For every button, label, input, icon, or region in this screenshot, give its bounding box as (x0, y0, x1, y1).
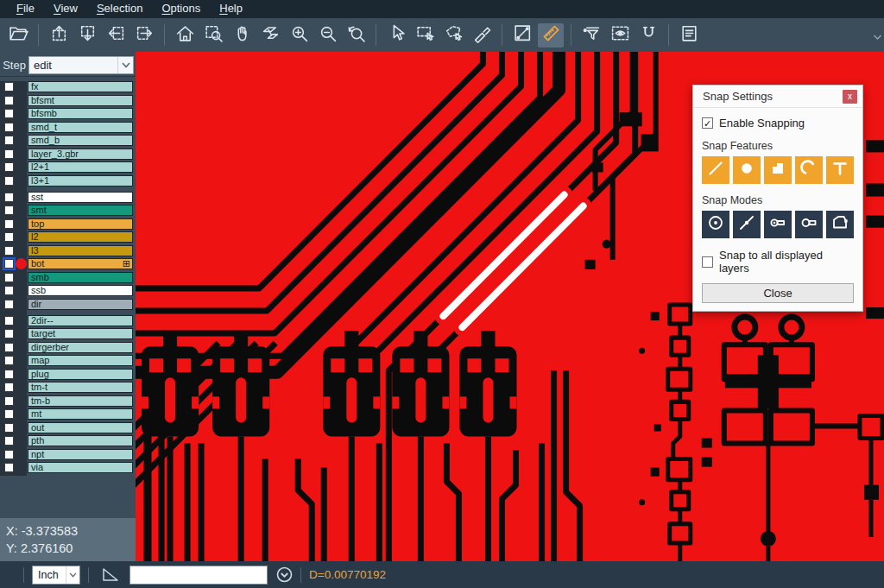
gerber-viewport[interactable]: Snap Settings x ✓ Enable Snapping Snap F… (136, 52, 884, 561)
snap-feature-text-button[interactable] (826, 156, 854, 184)
layer-visibility-checkbox[interactable] (4, 463, 14, 472)
zoom-out-button[interactable] (314, 23, 340, 47)
snap-mode-vertex-button[interactable] (826, 211, 854, 238)
layer-visibility-checkbox[interactable] (4, 232, 14, 242)
dialog-title-bar[interactable]: Snap Settings x (693, 85, 862, 108)
layer-name-bar[interactable]: npt (28, 449, 133, 460)
layer-row-l3+1[interactable]: l3+1 (0, 175, 136, 187)
layer-visibility-checkbox[interactable] (4, 286, 14, 295)
layer-name-bar[interactable]: sst (28, 192, 133, 203)
layer-visibility-checkbox[interactable] (4, 409, 14, 419)
layer-row-l3[interactable]: l3 (0, 245, 136, 256)
snap-mode-point-on-line-button[interactable] (733, 211, 761, 238)
layer-row-target[interactable]: target (0, 328, 136, 339)
layer-row-out[interactable]: out (0, 422, 136, 433)
layer-name-bar[interactable]: l3+1 (28, 175, 133, 187)
pan-right-button[interactable] (131, 23, 157, 47)
snap-mode-center-button[interactable] (702, 211, 729, 238)
layer-name-bar[interactable]: smd_t (28, 122, 133, 133)
layer-visibility-checkbox[interactable] (4, 450, 14, 459)
pan-down-button[interactable] (74, 23, 100, 47)
layer-name-bar[interactable]: target (28, 328, 133, 339)
layer-row-smd_b[interactable]: smd_b (0, 135, 136, 146)
layer-row-l2[interactable]: l2 (0, 231, 136, 243)
layer-row-2dir--[interactable]: 2dir-- (0, 315, 136, 326)
layer-name-bar[interactable]: tm-b (28, 395, 133, 407)
layer-row-l2+1[interactable]: l2+1 (0, 161, 136, 173)
layer-row-layer_3.gbr[interactable]: layer_3.gbr (0, 149, 136, 160)
layer-visibility-checkbox[interactable] (4, 193, 14, 202)
snap-feature-line-button[interactable] (702, 156, 729, 184)
layer-name-bar[interactable]: out (28, 422, 133, 433)
layer-visibility-checkbox[interactable] (4, 205, 14, 215)
layer-row-bfsmt[interactable]: bfsmt (0, 95, 136, 106)
layer-name-bar[interactable]: bot⊞ (28, 258, 133, 269)
magnet-snap-button[interactable] (635, 23, 661, 47)
layer-row-dir[interactable]: dir (0, 299, 136, 310)
unit-select[interactable]: Inch (32, 566, 80, 585)
layer-visibility-checkbox[interactable] (4, 383, 14, 392)
layer-row-map[interactable]: map (0, 355, 136, 366)
layer-visibility-checkbox[interactable] (4, 176, 14, 186)
layer-row-mt[interactable]: mt (0, 408, 136, 420)
toolbar-overflow-button[interactable] (873, 28, 882, 44)
select-rect-button[interactable] (412, 23, 438, 47)
zoom-in-button[interactable] (286, 23, 312, 47)
snap-feature-arc-button[interactable] (795, 156, 823, 184)
layer-row-smt[interactable]: smt (0, 205, 136, 216)
enable-snapping-checkbox[interactable]: ✓ (702, 117, 713, 129)
layer-row-sst[interactable]: sst (0, 192, 136, 203)
layer-row-smb[interactable]: smb (0, 272, 136, 283)
layer-visibility-checkbox[interactable] (4, 356, 14, 365)
snap-mode-slot-button[interactable] (795, 211, 823, 238)
layer-row-fx[interactable]: fx (0, 81, 136, 92)
zoom-previous-button[interactable] (343, 23, 369, 47)
layer-name-bar[interactable]: ssb (28, 285, 133, 296)
layer-name-bar[interactable]: l2+1 (28, 161, 133, 173)
zoom-window-button[interactable] (200, 23, 226, 47)
layer-visibility-checkbox[interactable] (4, 273, 14, 282)
sync-circle-icon[interactable] (276, 566, 293, 583)
step-select[interactable]: edit (28, 56, 134, 74)
layer-visibility-checkbox[interactable] (4, 259, 14, 269)
layer-name-bar[interactable]: l2 (28, 231, 133, 243)
layer-row-dirgerber[interactable]: dirgerber (0, 342, 136, 353)
angle-measure-icon[interactable] (102, 567, 119, 582)
layer-name-bar[interactable]: layer_3.gbr (28, 149, 133, 160)
layer-visibility-checkbox[interactable] (4, 436, 14, 446)
layer-row-via[interactable]: via (0, 462, 136, 473)
layer-name-bar[interactable]: l3 (28, 245, 133, 256)
brush-button[interactable] (469, 23, 495, 47)
layer-name-bar[interactable]: smt (28, 205, 133, 216)
layer-row-tm-b[interactable]: tm-b (0, 395, 136, 407)
menu-selection[interactable]: Selection (87, 2, 152, 16)
layer-name-bar[interactable]: bfsmt (28, 95, 133, 106)
snap-feature-pad-button[interactable] (733, 156, 761, 184)
open-button[interactable] (5, 23, 31, 47)
layer-row-pth[interactable]: pth (0, 435, 136, 446)
layer-visibility-checkbox[interactable] (4, 300, 14, 309)
pan-hand-button[interactable] (229, 23, 255, 47)
layer-visibility-checkbox[interactable] (4, 396, 14, 406)
report-button[interactable] (676, 23, 702, 47)
select-button[interactable] (383, 23, 409, 47)
menu-file[interactable]: File (7, 2, 44, 16)
layer-visibility-checkbox[interactable] (4, 343, 14, 352)
layer-name-bar[interactable]: 2dir-- (28, 315, 133, 326)
layer-visibility-checkbox[interactable] (4, 109, 14, 118)
layer-name-bar[interactable]: smd_b (28, 135, 133, 146)
layer-name-bar[interactable]: top (28, 218, 133, 230)
menu-help[interactable]: Help (210, 2, 252, 16)
layer-visibility-checkbox[interactable] (4, 136, 14, 145)
layer-visibility-checkbox[interactable] (4, 123, 14, 132)
layer-name-bar[interactable]: pth (28, 435, 133, 446)
layer-row-bfsmb[interactable]: bfsmb (0, 108, 136, 119)
snap-mode-slot-end-button[interactable] (764, 211, 792, 238)
close-button[interactable]: Close (702, 283, 854, 303)
layer-visibility-checkbox[interactable] (4, 370, 14, 379)
drag-view-button[interactable] (257, 23, 283, 47)
layer-visibility-checkbox[interactable] (4, 96, 14, 105)
pan-up-button[interactable] (46, 23, 72, 47)
menu-view[interactable]: View (44, 2, 87, 16)
dialog-close-icon[interactable]: x (843, 90, 857, 104)
